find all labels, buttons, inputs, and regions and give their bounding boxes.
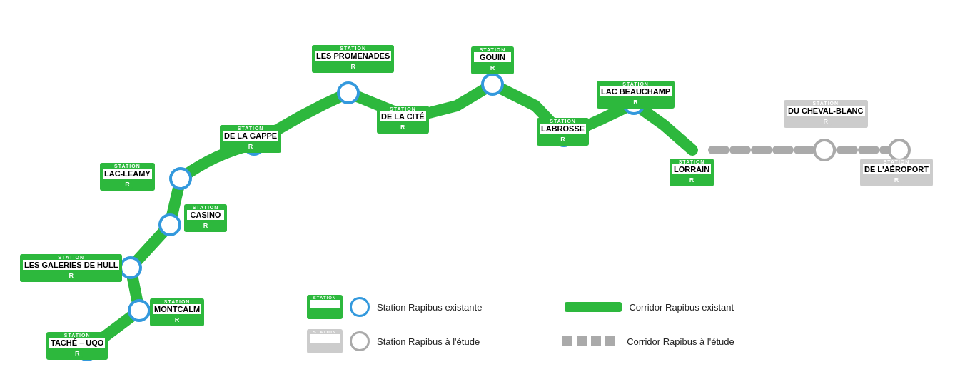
label-gouin: STATION GOUIN R — [471, 46, 514, 74]
label-casino: STATION CASINO R — [184, 204, 227, 232]
legend-existing-station-text: Station Rapibus existante — [377, 302, 482, 313]
bus-icon: R — [348, 62, 359, 71]
label-lorrain: STATION LORRAIN R — [670, 159, 714, 186]
legend-corridor-study — [562, 336, 620, 346]
bus-icon: R — [630, 98, 642, 106]
legend-item-study-corridor: Corridor Rapibus à l'étude — [562, 336, 734, 347]
station-circle-du-cheval-blanc — [814, 140, 834, 160]
bus-icon: R — [66, 271, 77, 280]
label-de-la-gappe: STATION DE LA GAPPE R — [220, 125, 281, 153]
station-circle-les-galeries-de-hull — [121, 258, 141, 278]
bus-icon: R — [200, 221, 211, 230]
label-labrosse: STATION LABROSSE R — [537, 118, 589, 146]
bus-icon: R — [557, 135, 569, 144]
legend: STATION Station Rapibus existante Corrid… — [307, 295, 734, 353]
legend-study-corridor-text: Corridor Rapibus à l'étude — [627, 336, 734, 347]
legend-circle-existing — [350, 297, 370, 317]
station-circle-les-promenades — [338, 83, 358, 103]
bus-icon: R — [891, 176, 902, 184]
station-circle-montcalm — [129, 301, 149, 321]
legend-item-study-station: STATION Station Rapibus à l'étude — [307, 329, 480, 353]
legend-existing-corridor-text: Corridor Rapibus existant — [629, 302, 734, 313]
label-montcalm: STATION MONTCALM R — [150, 298, 204, 326]
label-lac-beauchamp: STATION LAC BEAUCHAMP R — [597, 81, 675, 109]
label-de-la-cite: STATION DE LA CITÉ R — [377, 106, 429, 134]
legend-row-existing: STATION Station Rapibus existante Corrid… — [307, 295, 734, 319]
legend-item-existing-station: STATION Station Rapibus existante — [307, 295, 482, 319]
label-les-galeries-de-hull: STATION LES GALERIES DE HULL R — [20, 254, 122, 282]
label-du-cheval-blanc: STATION DU CHEVAL-BLANC R — [784, 100, 868, 128]
legend-study-station-text: Station Rapibus à l'étude — [377, 336, 480, 347]
legend-corridor-existing — [565, 302, 622, 312]
legend-item-existing-corridor: Corridor Rapibus existant — [565, 302, 734, 313]
label-les-promenades: STATION LES PROMENADES R — [312, 45, 394, 73]
bus-icon: R — [171, 316, 183, 324]
legend-badge-study: STATION — [307, 329, 343, 353]
map-container: STATION TACHÉ – UQO R STATION MONTCALM R… — [0, 0, 980, 382]
label-tache-uqo: STATION TACHÉ – UQO R — [46, 332, 108, 360]
bus-icon: R — [686, 176, 697, 184]
legend-circle-study — [350, 331, 370, 351]
label-lac-leamy: STATION LAC-LEAMY R — [100, 163, 155, 191]
label-de-laeroport: STATION DE L'AÉROPORT R — [860, 159, 933, 186]
station-circle-de-laeroport — [889, 140, 909, 160]
bus-icon: R — [71, 349, 83, 358]
legend-row-study: STATION Station Rapibus à l'étude Corrid… — [307, 329, 734, 353]
bus-icon: R — [820, 117, 832, 126]
station-circle-casino — [160, 215, 180, 235]
station-circle-lac-leamy — [171, 169, 191, 189]
bus-icon: R — [397, 123, 408, 131]
station-circle-gouin — [483, 74, 502, 94]
bus-icon: R — [487, 64, 498, 72]
bus-icon: R — [245, 142, 256, 151]
legend-badge-existing: STATION — [307, 295, 343, 319]
bus-icon: R — [121, 180, 133, 189]
